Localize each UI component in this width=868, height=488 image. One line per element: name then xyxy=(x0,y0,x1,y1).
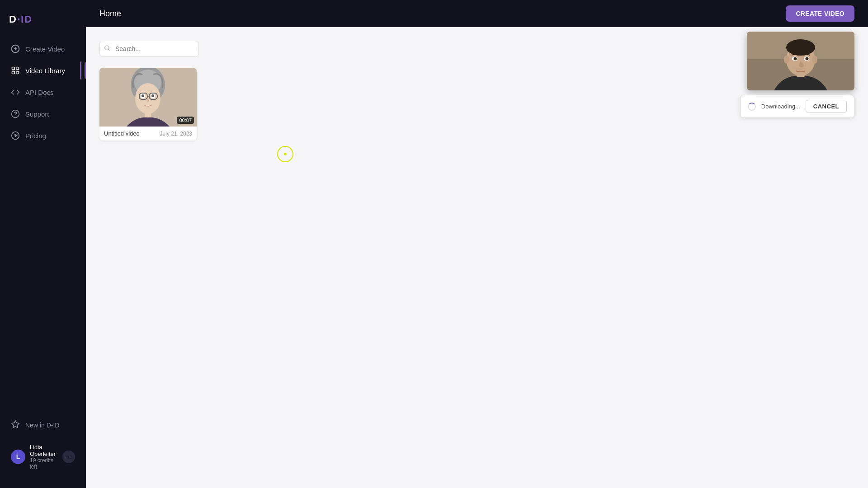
sidebar-item-create-video[interactable]: Create Video xyxy=(5,39,81,59)
page-title: Home xyxy=(99,9,121,19)
download-preview xyxy=(747,32,854,90)
sparkle-icon xyxy=(11,420,20,430)
plus-icon xyxy=(11,44,20,53)
video-title: Untitled video xyxy=(104,130,140,137)
grid-icon xyxy=(11,66,20,75)
sidebar-item-api-docs[interactable]: API Docs xyxy=(5,82,81,102)
search-input[interactable] xyxy=(99,41,199,57)
topbar: Home CREATE VIDEO xyxy=(86,0,868,27)
svg-marker-11 xyxy=(12,421,19,428)
duration-badge: 00:07 xyxy=(177,117,194,124)
search-container xyxy=(99,41,199,57)
content-area: 00:07 Untitled video July 21, 2023 xyxy=(86,27,868,488)
create-video-button[interactable]: CREATE VIDEO xyxy=(786,5,854,22)
download-bar: Downloading... CANCEL xyxy=(740,95,854,118)
sidebar-item-support[interactable]: Support xyxy=(5,104,81,124)
user-info: Lidia Oberleiter 19 credits left xyxy=(30,444,58,470)
code-icon xyxy=(11,88,20,97)
sidebar: D·ID Create Video xyxy=(0,0,86,488)
new-in-did-label: New in D-ID xyxy=(25,422,59,429)
avatar: L xyxy=(11,450,25,464)
svg-point-37 xyxy=(806,57,809,61)
user-credits: 19 credits left xyxy=(30,457,58,470)
svg-rect-4 xyxy=(16,67,19,70)
nav-items: Create Video Video Library xyxy=(0,39,86,410)
svg-point-12 xyxy=(105,46,109,50)
cancel-button[interactable]: CANCEL xyxy=(806,100,847,113)
sidebar-bottom: New in D-ID L Lidia Oberleiter 19 credit… xyxy=(0,410,86,479)
svg-point-36 xyxy=(794,57,797,61)
logout-icon: → xyxy=(66,453,72,460)
main-content: Home CREATE VIDEO xyxy=(86,0,868,488)
svg-rect-3 xyxy=(12,67,15,70)
loading-spinner xyxy=(748,103,756,111)
sidebar-item-label: Support xyxy=(25,110,49,118)
video-card[interactable]: 00:07 Untitled video July 21, 2023 xyxy=(99,68,197,141)
svg-point-31 xyxy=(786,39,815,56)
downloading-text: Downloading... xyxy=(761,103,800,110)
sidebar-item-pricing[interactable]: Pricing xyxy=(5,126,81,145)
sidebar-item-video-library[interactable]: Video Library xyxy=(5,61,81,80)
video-thumbnail: 00:07 xyxy=(99,68,197,127)
svg-rect-6 xyxy=(16,71,19,74)
svg-point-32 xyxy=(784,56,789,64)
sidebar-item-label: Video Library xyxy=(25,67,65,75)
video-date: July 21, 2023 xyxy=(160,131,192,137)
logout-button[interactable]: → xyxy=(62,450,75,463)
svg-line-13 xyxy=(108,49,110,51)
svg-point-33 xyxy=(812,56,817,64)
user-section[interactable]: L Lidia Oberleiter 19 credits left → xyxy=(5,439,81,474)
dollar-icon xyxy=(11,131,20,140)
logo-d-id: D xyxy=(9,14,17,25)
search-icon xyxy=(104,45,110,53)
sidebar-item-label: API Docs xyxy=(25,89,54,96)
svg-rect-5 xyxy=(12,71,15,74)
new-in-did[interactable]: New in D-ID xyxy=(5,414,81,436)
support-icon xyxy=(11,109,20,118)
user-name: Lidia Oberleiter xyxy=(30,444,58,457)
logo: D·ID xyxy=(0,9,86,39)
preview-image xyxy=(747,32,854,90)
svg-point-20 xyxy=(142,94,144,97)
cursor-indicator xyxy=(277,146,293,162)
sidebar-item-label: Create Video xyxy=(25,45,65,53)
logo-text: D·ID xyxy=(9,14,33,25)
svg-point-21 xyxy=(151,94,154,97)
sidebar-item-label: Pricing xyxy=(25,132,46,140)
cursor-dot xyxy=(284,153,287,155)
video-info: Untitled video July 21, 2023 xyxy=(99,127,197,141)
